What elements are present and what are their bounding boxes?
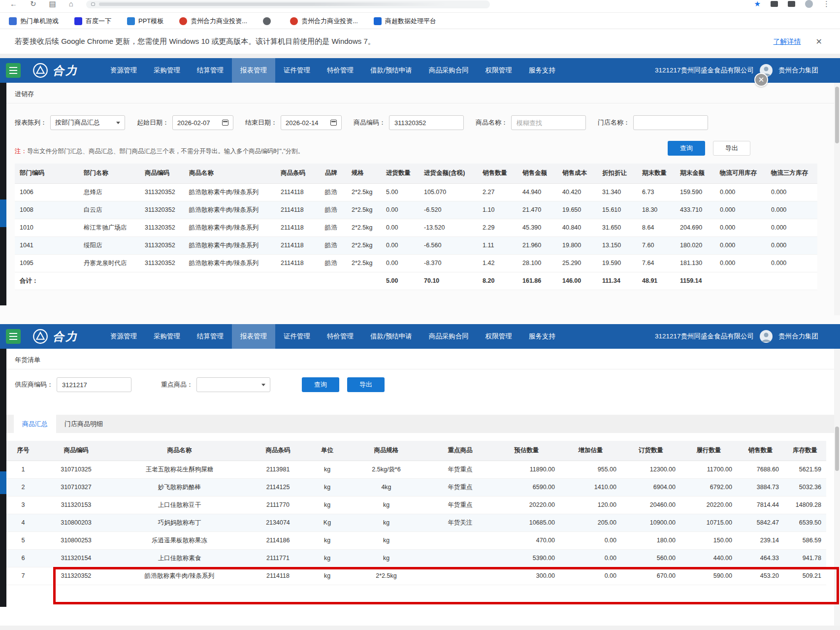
bookmark-star-icon[interactable]: ★ [754, 0, 761, 8]
table-cell: 0.000 [715, 183, 766, 201]
report-type-filter: 报表陈列： 按部门商品汇总 [15, 115, 125, 130]
nav-menu-item[interactable]: 借款/预结申请 [362, 58, 420, 83]
table-cell: 150.00 [680, 531, 737, 549]
hamburger-menu-icon[interactable] [6, 329, 21, 344]
address-bar[interactable] [86, 0, 490, 8]
column-header: 商品规格 [346, 441, 427, 461]
table-cell: 年货关注 [427, 514, 493, 531]
extension-icon[interactable] [788, 1, 795, 7]
table-cell: 509.21 [784, 567, 826, 585]
calendar-icon[interactable] [330, 120, 337, 126]
nav-menu-item[interactable]: 商品采购合同 [420, 324, 477, 349]
user-avatar[interactable] [760, 330, 773, 343]
nav-menu-item[interactable]: 结算管理 [189, 324, 232, 349]
nav-menu-item[interactable]: 证件管理 [275, 324, 319, 349]
table-cell: 8.20 [478, 272, 517, 290]
table-cell: 1006 [15, 183, 79, 201]
logo-icon [32, 329, 48, 344]
company-name[interactable]: 3121217贵州同盛金食品有限公司 [655, 332, 754, 341]
nav-menu-item[interactable]: 资源管理 [102, 324, 145, 349]
scrollbar[interactable] [834, 83, 840, 315]
table-cell: 2*2.5kg [347, 236, 381, 254]
user-name[interactable]: 贵州合力集团 [778, 332, 818, 341]
nav-menu-item[interactable]: 服务支持 [520, 58, 564, 83]
end-date-filter: 结束日期： 2026-02-14 [245, 115, 342, 130]
nav-menu-item[interactable]: 采购管理 [145, 324, 189, 349]
start-date-input[interactable]: 2026-02-07 [172, 115, 233, 130]
table-cell: 皓浩散称素牛肉/辣条系列 [184, 236, 276, 254]
bookmark-item[interactable]: 商超数据处理平台 [374, 17, 436, 26]
nav-menu-item[interactable]: 结算管理 [189, 58, 232, 83]
profile-avatar[interactable] [805, 0, 813, 8]
calendar-icon[interactable] [222, 120, 228, 126]
user-name[interactable]: 贵州合力集团 [778, 66, 818, 75]
end-date-input[interactable]: 2026-02-14 [281, 115, 342, 130]
export-button[interactable]: 导出 [347, 377, 385, 392]
query-button[interactable]: 查询 [302, 377, 339, 392]
horizontal-scrollbar[interactable] [0, 626, 840, 630]
table-cell: 6792.00 [680, 478, 737, 496]
nav-menu-item[interactable]: 报表管理 [232, 58, 275, 83]
close-icon[interactable]: ✕ [754, 73, 768, 87]
nav-menu-item[interactable]: 特价管理 [319, 324, 362, 349]
heli-icon [290, 17, 298, 25]
scrollbar[interactable] [834, 349, 840, 626]
column-header: 单位 [309, 441, 346, 461]
notice-close-icon[interactable]: ✕ [816, 37, 822, 46]
tab[interactable]: 门店商品明细 [56, 415, 111, 433]
table-cell: 1095 [15, 254, 79, 272]
table-cell: 0.000 [766, 219, 817, 236]
table-cell: kg [346, 514, 427, 531]
nav-menu-item[interactable]: 报表管理 [232, 324, 275, 349]
bookmark-item[interactable]: 贵州合力商业投资... [179, 17, 247, 26]
table-cell: 0.000 [766, 183, 817, 201]
column-header: 商品名称 [112, 441, 247, 461]
store-name-input[interactable] [633, 115, 708, 130]
learn-more-link[interactable]: 了解详情 [774, 37, 801, 46]
product-name-input[interactable] [511, 115, 586, 130]
bookmark-item[interactable]: 贵州合力商业投资... [290, 17, 358, 26]
report-type-select[interactable]: 按部门商品汇总 [50, 115, 125, 130]
bookmark-label: PPT模板 [138, 17, 163, 26]
bookmark-item[interactable]: 热门单机游戏 [9, 17, 59, 26]
nav-menu-item[interactable]: 资源管理 [102, 58, 145, 83]
export-button[interactable]: 导出 [713, 141, 750, 156]
table-cell: 乐逍遥果板散称果冻 [112, 531, 247, 549]
company-name[interactable]: 3121217贵州同盛金食品有限公司 [655, 66, 754, 75]
table-cell: 2.27 [478, 183, 517, 201]
print-icon[interactable]: ▤ [49, 0, 56, 7]
back-icon[interactable]: ← [10, 0, 17, 7]
nav-menu-item[interactable]: 特价管理 [319, 58, 362, 83]
supplier-code-label: 供应商编码： [15, 380, 53, 389]
home-icon[interactable]: ⌂ [69, 0, 73, 7]
nav-menu-item[interactable]: 采购管理 [145, 58, 189, 83]
scrollbar-thumb[interactable] [835, 427, 839, 471]
nav-menu-item[interactable]: 服务支持 [520, 324, 564, 349]
table-cell: 433.710 [675, 201, 715, 219]
query-button[interactable]: 查询 [668, 141, 705, 156]
supplier-code-input[interactable] [57, 377, 131, 392]
scrollbar-thumb[interactable] [835, 87, 839, 143]
hamburger-menu-icon[interactable] [6, 63, 21, 78]
bookmark-item[interactable] [263, 17, 274, 25]
key-product-select[interactable] [196, 377, 270, 392]
nav-menu-item[interactable]: 证件管理 [275, 58, 319, 83]
menu-kebab-icon[interactable]: ⋮ [823, 0, 830, 7]
table-cell: 1410.00 [560, 478, 621, 496]
bookmark-item[interactable]: 百度一下 [74, 17, 111, 26]
table-cell: 0.000 [766, 236, 817, 254]
product-code-input[interactable] [389, 115, 464, 130]
extension-icon[interactable] [771, 1, 778, 7]
table-cell: 2*2.5kg [347, 201, 381, 219]
table-cell: 0.00 [381, 219, 419, 236]
nav-menu-item[interactable]: 权限管理 [477, 58, 520, 83]
refresh-icon[interactable]: ↻ [30, 0, 36, 7]
table-cell: -6.520 [419, 201, 478, 219]
bookmark-item[interactable]: PPT模板 [127, 17, 163, 26]
nav-menu-item[interactable]: 权限管理 [477, 324, 520, 349]
nav-menu-item[interactable]: 商品采购合同 [420, 58, 477, 83]
table-cell: 21.470 [517, 201, 557, 219]
nav-menu-item[interactable]: 借款/预结申请 [362, 324, 420, 349]
tab[interactable]: 商品汇总 [14, 415, 56, 433]
table-cell: 11890.00 [493, 461, 560, 478]
